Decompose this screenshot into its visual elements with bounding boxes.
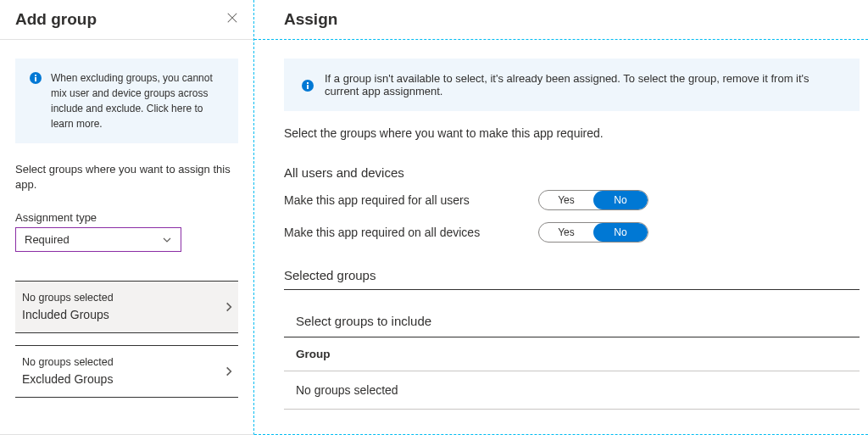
selected-groups-heading: Selected groups <box>284 268 860 290</box>
toggle-label-all-devices: Make this app required on all devices <box>284 226 538 239</box>
svg-rect-2 <box>35 75 36 76</box>
add-group-title: Add group <box>15 10 97 29</box>
all-users-devices-heading: All users and devices <box>284 165 860 180</box>
select-groups-include[interactable]: Select groups to include <box>284 314 860 337</box>
assignment-type-label: Assignment type <box>15 211 238 224</box>
left-panel-header: Add group <box>0 0 253 40</box>
toggle-no[interactable]: No <box>593 191 648 209</box>
groups-empty-text: No groups selected <box>284 371 860 410</box>
toggle-row-all-devices: Make this app required on all devices Ye… <box>284 222 860 243</box>
chevron-right-icon <box>223 365 235 377</box>
group-column-header: Group <box>284 337 860 371</box>
chevron-right-icon <box>223 301 235 313</box>
assign-title: Assign <box>284 10 868 29</box>
assignment-type-dropdown[interactable]: Required <box>15 227 181 252</box>
add-group-panel: Add group When excluding groups, you can… <box>0 0 254 435</box>
toggle-row-all-users: Make this app required for all users Yes… <box>284 190 860 210</box>
included-groups-item[interactable]: No groups selected Included Groups <box>15 281 238 333</box>
excluded-groups-item[interactable]: No groups selected Excluded Groups <box>15 345 238 398</box>
info-icon <box>301 79 314 92</box>
instruction-text: Select the groups where you want to make… <box>284 126 860 140</box>
excluded-label: Excluded Groups <box>22 371 114 388</box>
svg-rect-5 <box>307 82 309 84</box>
close-icon <box>226 12 238 24</box>
toggle-yes[interactable]: Yes <box>539 191 593 209</box>
toggle-no[interactable]: No <box>593 223 648 242</box>
close-button[interactable] <box>226 12 238 27</box>
right-panel-header: Assign <box>284 0 868 39</box>
left-info-text: When excluding groups, you cannot mix us… <box>51 70 225 131</box>
chevron-down-icon <box>162 235 172 245</box>
toggle-all-devices[interactable]: Yes No <box>538 222 648 243</box>
toggle-label-all-users: Make this app required for all users <box>284 193 538 207</box>
right-info-banner: If a group isn't available to select, it… <box>284 59 860 111</box>
included-status: No groups selected <box>22 290 114 306</box>
info-icon <box>29 71 42 85</box>
included-label: Included Groups <box>22 306 114 324</box>
excluded-status: No groups selected <box>22 354 114 371</box>
right-info-text: If a group isn't available to select, it… <box>325 72 843 98</box>
assign-panel: Assign If a group isn't available to sel… <box>254 0 868 435</box>
select-groups-text: Select groups where you want to assign t… <box>15 162 238 192</box>
svg-rect-1 <box>35 77 36 81</box>
toggle-yes[interactable]: Yes <box>539 223 593 242</box>
left-info-banner[interactable]: When excluding groups, you cannot mix us… <box>15 59 238 143</box>
toggle-all-users[interactable]: Yes No <box>538 190 648 210</box>
assignment-type-value: Required <box>25 233 70 246</box>
svg-rect-4 <box>307 85 309 89</box>
